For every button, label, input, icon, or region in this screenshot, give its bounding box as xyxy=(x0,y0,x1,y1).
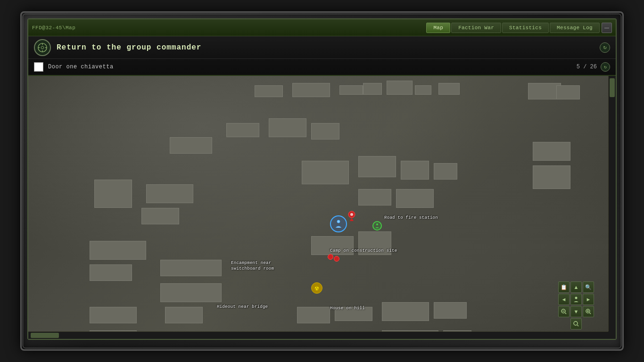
svg-point-10 xyxy=(575,297,578,299)
map-building xyxy=(358,231,391,255)
map-building xyxy=(434,302,467,319)
tab-faction-war[interactable]: Faction War xyxy=(451,23,501,33)
quest-icon xyxy=(34,39,51,56)
map-background: ☢ xyxy=(28,76,608,331)
vertical-scrollbar[interactable] xyxy=(608,76,616,331)
map-building xyxy=(226,123,259,137)
svg-point-1 xyxy=(41,46,44,49)
map-building xyxy=(363,83,382,95)
toolbar-left-button[interactable]: ◄ xyxy=(558,294,570,305)
map-building xyxy=(396,189,434,208)
svg-point-6 xyxy=(337,220,340,223)
main-content: Return to the group commander ↻ Door one… xyxy=(28,36,616,339)
svg-line-17 xyxy=(590,313,591,314)
scroll-thumb-vertical[interactable] xyxy=(610,78,615,97)
map-building xyxy=(141,208,179,224)
sub-quest-refresh-button[interactable]: ↻ xyxy=(601,62,610,72)
scroll-corner xyxy=(608,331,616,339)
game-window: FFD@32-45\Map Map Faction War Statistics… xyxy=(20,11,624,351)
svg-point-7 xyxy=(348,211,355,218)
map-building xyxy=(160,260,222,276)
horizontal-scrollbar[interactable] xyxy=(28,331,608,339)
map-building xyxy=(90,307,137,323)
map-building xyxy=(94,180,132,208)
sub-quest-bar: Door one chiavetta 5 / 26 ↻ xyxy=(28,59,616,76)
map-building xyxy=(415,85,431,95)
tab-map[interactable]: Map xyxy=(426,23,450,33)
map-building xyxy=(165,307,203,323)
toolbar-zoom-in-button[interactable] xyxy=(583,306,594,317)
toolbar-right-button[interactable]: ► xyxy=(583,294,594,305)
map-building xyxy=(556,85,580,99)
map-building xyxy=(255,85,283,97)
toolbar-down-button[interactable]: ▼ xyxy=(570,306,582,317)
minimize-button[interactable]: — xyxy=(602,23,612,33)
map-wrapper: ☢ xyxy=(28,76,608,331)
svg-line-13 xyxy=(565,313,567,314)
map-building xyxy=(170,137,212,154)
toolbar-zoom-all-button[interactable] xyxy=(570,318,582,329)
toolbar-zoom-lens-button[interactable]: 🔍 xyxy=(583,281,594,293)
path-text: FFD@32-45\Map xyxy=(32,25,426,31)
map-building xyxy=(297,307,330,323)
label-road-fire-station: Road to fire station xyxy=(384,215,438,221)
quest-refresh-button[interactable]: ↻ xyxy=(600,42,610,53)
svg-point-18 xyxy=(574,321,578,325)
enemy-marker-2 xyxy=(334,256,339,262)
map-building xyxy=(358,156,396,177)
tab-message-log[interactable]: Message Log xyxy=(550,23,600,33)
quest-counter: 5 / 26 xyxy=(577,64,597,70)
map-building xyxy=(401,161,429,180)
quest-title: Return to the group commander xyxy=(57,43,600,52)
scroll-thumb-horizontal[interactable] xyxy=(31,333,59,338)
radiation-marker: ☢ xyxy=(311,282,322,294)
map-building xyxy=(302,161,349,184)
map-building xyxy=(387,81,413,95)
map-building xyxy=(533,142,570,161)
quest-banner: Return to the group commander ↻ xyxy=(28,36,616,59)
map-building xyxy=(335,307,372,321)
tab-statistics[interactable]: Statistics xyxy=(502,23,549,33)
top-bar: FFD@32-45\Map Map Faction War Statistics… xyxy=(28,19,616,36)
map-building xyxy=(311,123,339,140)
map-building xyxy=(160,283,222,302)
map-building xyxy=(311,236,354,255)
map-toolbar: 📋 ▲ 🔍 ◄ ► xyxy=(558,281,606,329)
map-building xyxy=(90,264,132,281)
toolbar-up-button[interactable]: ▲ xyxy=(570,281,582,293)
map-building xyxy=(292,83,330,97)
svg-point-8 xyxy=(350,213,353,216)
toolbar-zoom-out-button[interactable] xyxy=(558,306,570,317)
map-section[interactable]: ☢ xyxy=(28,76,616,339)
map-building xyxy=(90,241,146,260)
inner-panel: FFD@32-45\Map Map Faction War Statistics… xyxy=(27,18,617,340)
map-building xyxy=(382,302,429,321)
map-building xyxy=(434,163,457,180)
label-hideout-bridge: Hideout near bridge xyxy=(217,304,268,310)
map-building xyxy=(146,184,193,203)
compass-icon xyxy=(37,42,48,53)
label-encampment-switchboard: Encampment nearswitchboard room xyxy=(231,261,274,272)
svg-line-19 xyxy=(578,325,579,327)
sub-quest-title: Door one chiavetta xyxy=(48,64,577,70)
player-position-marker xyxy=(330,215,347,232)
map-building xyxy=(269,118,306,137)
svg-point-9 xyxy=(376,223,378,225)
toolbar-center-button[interactable] xyxy=(570,294,582,305)
map-building xyxy=(438,83,460,95)
npc-marker xyxy=(372,221,382,230)
map-building xyxy=(358,189,391,206)
waypoint-pin-marker xyxy=(348,211,355,223)
nav-tabs: Map Faction War Statistics Message Log xyxy=(426,23,600,33)
sub-quest-icon xyxy=(34,62,43,72)
map-building xyxy=(533,165,570,189)
map-building xyxy=(339,85,363,95)
toolbar-notes-button[interactable]: 📋 xyxy=(558,281,570,293)
